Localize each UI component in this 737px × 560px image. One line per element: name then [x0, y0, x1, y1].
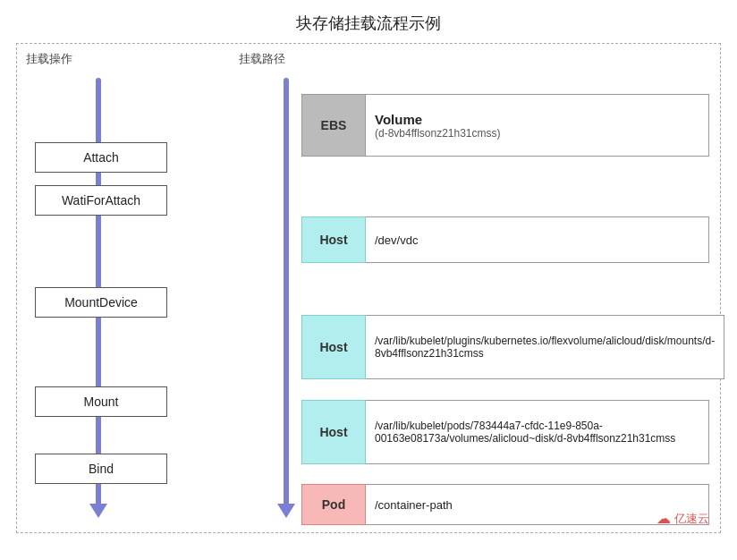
watermark-text: 亿速云 [674, 511, 709, 527]
path-row-pod: Pod /container-path [301, 484, 709, 525]
op-bind: Bind [35, 454, 167, 484]
op-attach: Attach [35, 142, 167, 173]
page-title: 块存储挂载流程示例 [0, 0, 737, 43]
diagram-container: 挂载操作 挂载路径 Attach WatiForAttach MountDevi… [16, 43, 721, 533]
pod-label: Pod [301, 484, 366, 525]
path-row-host-pods: Host /var/lib/kubelet/pods/783444a7-cfdc… [301, 400, 709, 464]
host-pods-value: /var/lib/kubelet/pods/783444a7-cfdc-11e9… [366, 400, 709, 464]
path-row-host-dev: Host /dev/vdc [301, 216, 709, 263]
host-dev-value: /dev/vdc [366, 216, 709, 263]
right-section-label: 挂载路径 [239, 51, 285, 67]
host-plugins-label: Host [301, 315, 366, 379]
host-plugins-value: /var/lib/kubelet/plugins/kubernetes.io/f… [366, 315, 724, 379]
watermark-icon: ☁ [657, 510, 671, 527]
op-mount: Mount [35, 386, 167, 417]
path-row-host-plugins: Host /var/lib/kubelet/plugins/kubernetes… [301, 315, 709, 379]
host-pods-label: Host [301, 400, 366, 464]
op-wait-for-attach: WatiForAttach [35, 185, 167, 216]
host-dev-label: Host [301, 216, 366, 263]
ebs-volume-title: Volume [375, 112, 422, 127]
left-section-label: 挂载操作 [26, 51, 72, 67]
op-mount-device: MountDevice [35, 287, 167, 318]
ebs-label: EBS [301, 94, 366, 157]
ebs-volume-sub: (d-8vb4fflsonz21h31cmss) [375, 127, 501, 140]
ebs-value: Volume (d-8vb4fflsonz21h31cmss) [366, 94, 709, 157]
right-arrow [284, 78, 289, 505]
path-row-ebs: EBS Volume (d-8vb4fflsonz21h31cmss) [301, 94, 709, 157]
watermark: ☁ 亿速云 [657, 510, 709, 527]
